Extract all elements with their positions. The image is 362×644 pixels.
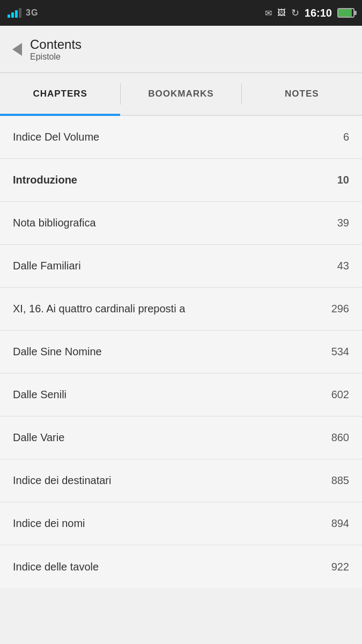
time-display: 16:10 [305, 7, 332, 19]
chapter-page: 534 [323, 346, 349, 358]
status-left: 3G [8, 8, 38, 18]
chapter-name: Dalle Senili [13, 389, 323, 401]
chapter-item[interactable]: Introduzione10 [0, 159, 362, 202]
chapter-item[interactable]: Indice dei nomi894 [0, 502, 362, 545]
chapter-page: 10 [323, 174, 349, 186]
page-title: Contents [30, 37, 82, 52]
book-subtitle: Epistole [30, 52, 82, 62]
chapter-name: XI, 16. Ai quattro cardinali preposti a [13, 303, 323, 315]
chapter-item[interactable]: Dalle Sine Nomine534 [0, 331, 362, 374]
back-chevron-icon [12, 43, 22, 56]
chapter-name: Nota bibliografica [13, 217, 323, 229]
chapter-item[interactable]: Indice delle tavole922 [0, 545, 362, 588]
tabs-bar: CHAPTERS BOOKMARKS NOTES [0, 73, 362, 116]
chapter-item[interactable]: Nota bibliografica39 [0, 202, 362, 245]
chapter-list: Indice Del Volume6Introduzione10Nota bib… [0, 116, 362, 588]
chapter-name: Dalle Familiari [13, 260, 323, 272]
battery-icon [337, 8, 354, 18]
tab-chapters[interactable]: CHAPTERS [0, 74, 120, 116]
mail-icon: ✉ [265, 8, 272, 18]
chapter-item[interactable]: Dalle Senili602 [0, 374, 362, 416]
status-bar: 3G ✉ 🖼 ↻ 16:10 [0, 0, 362, 26]
signal-icon [8, 8, 21, 18]
chapter-page: 602 [323, 389, 349, 401]
chapter-page: 885 [323, 474, 349, 487]
chapter-name: Dalle Varie [13, 431, 323, 444]
status-right: ✉ 🖼 ↻ 16:10 [265, 7, 354, 19]
chapter-page: 43 [323, 260, 349, 272]
chapter-item[interactable]: Indice dei destinatari885 [0, 459, 362, 502]
chapter-item[interactable]: Dalle Varie860 [0, 416, 362, 459]
sync-icon: ↻ [291, 7, 299, 19]
image-icon: 🖼 [277, 8, 286, 18]
chapter-name: Indice dei destinatari [13, 474, 323, 487]
chapter-page: 922 [323, 561, 349, 573]
chapter-item[interactable]: Dalle Familiari43 [0, 245, 362, 288]
tab-notes[interactable]: NOTES [242, 74, 362, 116]
chapter-item[interactable]: XI, 16. Ai quattro cardinali preposti a2… [0, 288, 362, 331]
chapter-page: 296 [323, 303, 349, 315]
chapter-item[interactable]: Indice Del Volume6 [0, 116, 362, 159]
chapter-name: Indice Del Volume [13, 131, 323, 143]
chapter-page: 894 [323, 517, 349, 530]
chapter-page: 39 [323, 217, 349, 229]
chapter-page: 6 [323, 131, 349, 143]
header-text: Contents Epistole [30, 37, 82, 62]
chapter-name: Dalle Sine Nomine [13, 346, 323, 358]
app-header: Contents Epistole [0, 26, 362, 73]
chapter-name: Introduzione [13, 174, 323, 186]
chapter-page: 860 [323, 431, 349, 444]
chapter-name: Indice dei nomi [13, 517, 323, 530]
back-button[interactable] [9, 36, 26, 62]
chapter-name: Indice delle tavole [13, 561, 323, 573]
tab-bookmarks[interactable]: BOOKMARKS [121, 74, 241, 116]
network-label: 3G [26, 8, 38, 18]
